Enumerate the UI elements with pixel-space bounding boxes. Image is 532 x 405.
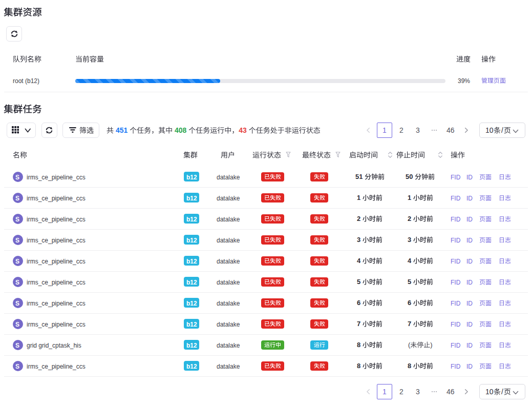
svg-text:datalake: datalake [217,341,240,349]
svg-text:FID: FID [451,299,461,307]
svg-text:ID: ID [466,236,473,244]
svg-text:FID: FID [451,194,461,201]
svg-text:3: 3 [408,236,411,244]
svg-text:408: 408 [175,126,187,134]
svg-text:3: 3 [416,126,420,134]
svg-text:b12: b12 [186,215,197,222]
svg-text:b12: b12 [186,173,197,180]
svg-text:ID: ID [466,278,473,286]
svg-text:10: 10 [485,126,494,134]
svg-text:ID: ID [466,194,473,201]
svg-text:43: 43 [239,126,247,134]
svg-text:S: S [15,215,19,222]
svg-text:S: S [15,362,19,370]
svg-text:b12: b12 [186,257,197,265]
svg-text:b12: b12 [186,341,197,349]
svg-text:b12: b12 [186,278,197,286]
svg-text:3: 3 [357,236,360,244]
svg-text:ID: ID [466,362,473,370]
svg-text:4: 4 [408,257,412,265]
svg-text:b12: b12 [186,362,197,370]
svg-text:(: ( [408,341,411,349]
svg-text:datalake: datalake [217,236,240,244]
svg-text:FID: FID [451,236,461,244]
svg-text:1: 1 [408,194,411,201]
svg-text:10: 10 [485,388,494,396]
svg-text:FID: FID [451,257,461,265]
svg-text:7: 7 [408,320,411,328]
svg-text:39%: 39% [458,77,470,85]
svg-text:7: 7 [357,320,360,328]
svg-text:6: 6 [408,299,411,307]
svg-text:51: 51 [355,173,363,180]
svg-text:ID: ID [466,257,473,265]
svg-text:b12: b12 [186,299,197,307]
svg-text:S: S [15,299,19,307]
svg-text:ID: ID [466,341,473,349]
svg-text:46: 46 [446,126,455,134]
svg-text:ID: ID [466,215,473,222]
svg-text:8: 8 [408,362,411,370]
svg-text:grid grid_cptask_his: grid grid_cptask_his [27,341,81,349]
svg-text:FID: FID [451,341,461,349]
svg-text:FID: FID [451,215,461,222]
svg-text:S: S [15,173,19,180]
svg-text:root (b12): root (b12) [13,77,39,85]
svg-text:irms_ce_pipeline_ccs: irms_ce_pipeline_ccs [27,215,86,222]
svg-text:2: 2 [357,215,360,222]
svg-text:ID: ID [466,299,473,307]
svg-text:ID: ID [466,320,473,328]
svg-text:1: 1 [382,126,387,134]
svg-text:3: 3 [416,388,420,396]
svg-text:S: S [15,194,19,201]
svg-text:b12: b12 [186,320,197,328]
svg-text:datalake: datalake [217,257,240,265]
svg-text:datalake: datalake [217,215,240,222]
svg-text:irms_ce_pipeline_ccs: irms_ce_pipeline_ccs [27,362,86,370]
svg-text:5: 5 [357,278,360,286]
svg-text:FID: FID [451,320,461,328]
svg-text:datalake: datalake [217,173,240,180]
svg-text:datalake: datalake [217,320,240,328]
svg-text:451: 451 [116,126,128,134]
svg-text:datalake: datalake [217,362,240,370]
svg-text:irms_ce_pipeline_ccs: irms_ce_pipeline_ccs [27,194,86,201]
svg-text:8: 8 [357,341,360,349]
svg-text:FID: FID [451,173,461,180]
svg-text:1: 1 [357,194,360,201]
svg-text:datalake: datalake [217,278,240,286]
svg-text:4: 4 [357,257,361,265]
svg-text:ID: ID [466,173,473,180]
svg-text:irms_ce_pipeline_ccs: irms_ce_pipeline_ccs [27,299,86,307]
svg-text:b12: b12 [186,236,197,244]
svg-text:FID: FID [451,362,461,370]
svg-text:6: 6 [357,299,360,307]
svg-text:datalake: datalake [217,299,240,307]
svg-text:S: S [15,236,19,244]
svg-text:S: S [15,341,19,349]
svg-text:S: S [15,320,19,328]
svg-text:irms_ce_pipeline_ccs: irms_ce_pipeline_ccs [27,236,86,244]
svg-text:irms_ce_pipeline_ccs: irms_ce_pipeline_ccs [27,257,86,265]
svg-text:): ) [430,341,432,349]
svg-text:8: 8 [357,362,360,370]
svg-text:50: 50 [406,173,413,180]
svg-text:/: / [501,126,503,134]
svg-text:irms_ce_pipeline_ccs: irms_ce_pipeline_ccs [27,320,86,328]
svg-text:irms_ce_pipeline_ccs: irms_ce_pipeline_ccs [27,278,86,286]
svg-text:46: 46 [446,388,455,396]
svg-text:S: S [15,278,19,286]
svg-text:irms_ce_pipeline_ccs: irms_ce_pipeline_ccs [27,173,86,180]
svg-text:2: 2 [399,388,403,396]
svg-text:1: 1 [382,388,387,396]
svg-text:datalake: datalake [217,194,240,201]
svg-text:FID: FID [451,278,461,286]
svg-text:/: / [501,388,503,396]
svg-text:2: 2 [408,215,411,222]
svg-text:5: 5 [408,278,411,286]
svg-text:2: 2 [399,126,403,134]
svg-text:b12: b12 [186,194,197,201]
svg-text:S: S [15,257,19,265]
